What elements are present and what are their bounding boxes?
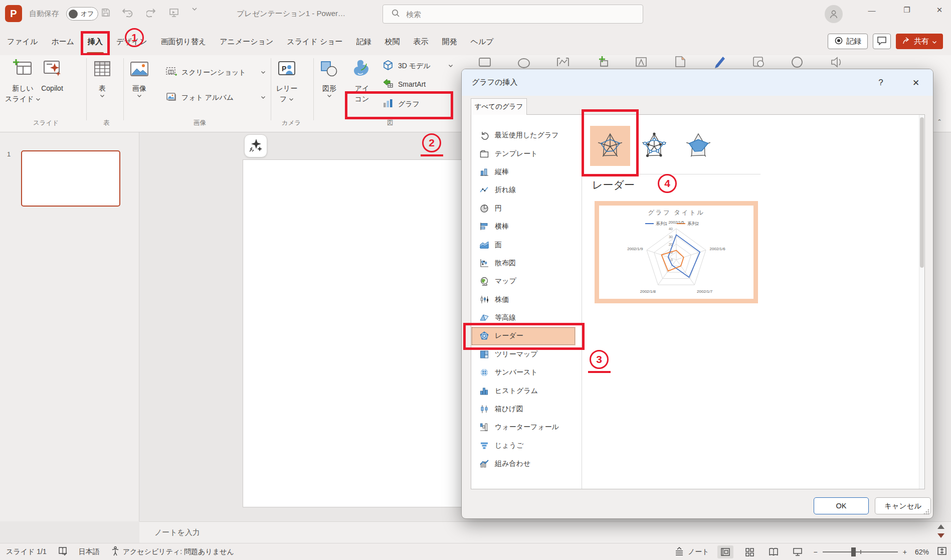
zoom-out-icon[interactable]: − xyxy=(814,548,818,556)
collapse-ribbon-chevron-icon[interactable]: ⌃ xyxy=(937,118,942,125)
autosave-toggle[interactable]: オフ xyxy=(66,7,98,21)
slide-indicator: スライド 1/1 xyxy=(6,547,47,556)
language-indicator[interactable]: 日本語 xyxy=(79,547,100,556)
spellcheck-book-icon[interactable] xyxy=(58,546,68,557)
photo-album-button[interactable]: フォト アルバム xyxy=(165,91,266,104)
reading-view-button[interactable] xyxy=(766,545,782,558)
chart-type-bar[interactable]: 横棒 xyxy=(471,218,576,236)
fit-to-window-icon[interactable] xyxy=(937,546,947,557)
recent-chart-icon xyxy=(479,130,489,140)
chart-type-pie[interactable]: 円 xyxy=(471,200,576,218)
chart-type-sunburst[interactable]: サンバースト xyxy=(471,363,576,382)
chart-type-boxwhisker[interactable]: 箱ひげ図 xyxy=(471,400,576,418)
tab-画面切り替え[interactable]: 画面切り替え xyxy=(161,36,207,48)
account-avatar[interactable] xyxy=(825,5,843,23)
subtype-radar-basic-icon[interactable] xyxy=(590,126,630,166)
previous-slide-arrow-icon[interactable] xyxy=(937,524,944,529)
zoom-level[interactable]: 62% xyxy=(915,548,929,556)
picture-button[interactable]: 画像 xyxy=(128,58,150,98)
notes-pane[interactable]: ノートを入力 xyxy=(139,521,951,543)
scrollbar-thumb[interactable] xyxy=(920,117,924,268)
redo-icon[interactable] xyxy=(146,7,157,18)
new-slide-button[interactable]: 新しい スライド xyxy=(5,58,41,103)
ok-button[interactable]: OK xyxy=(814,497,869,514)
group-label-images: 画像 xyxy=(194,119,206,127)
tab-ファイル[interactable]: ファイル xyxy=(7,36,38,48)
subtype-radar-markers-icon[interactable] xyxy=(634,126,674,166)
ribbon-partial-icon xyxy=(752,55,765,69)
tab-記録[interactable]: 記録 xyxy=(356,36,371,48)
resize-grip-icon[interactable] xyxy=(923,508,930,515)
search-input[interactable] xyxy=(405,10,616,19)
chart-button[interactable]: グラフ xyxy=(382,97,453,111)
zoom-slider-thumb[interactable] xyxy=(851,547,856,556)
chart-type-histogram[interactable]: ヒストグラム xyxy=(471,382,576,400)
minimize-button[interactable]: — xyxy=(860,0,883,20)
slide-thumbnail[interactable] xyxy=(21,150,120,207)
chart-type-stock[interactable]: 株価 xyxy=(471,291,576,309)
tab-表示[interactable]: 表示 xyxy=(414,36,429,48)
list-scrollbar[interactable] xyxy=(919,115,924,489)
qat-customize-chevron-icon[interactable] xyxy=(192,7,198,11)
chart-type-funnel[interactable]: じょうご xyxy=(471,437,576,455)
tab-開発[interactable]: 開発 xyxy=(442,36,457,48)
cameo-button[interactable]: P レリー フ xyxy=(276,58,298,103)
share-button[interactable]: 共有 xyxy=(896,34,943,49)
chevron-down-icon xyxy=(448,64,453,68)
comments-button[interactable] xyxy=(873,34,891,49)
chart-type-area[interactable]: 面 xyxy=(471,236,576,254)
chart-type-waterfall[interactable]: ウォーターフォール xyxy=(471,418,576,436)
chart-type-template[interactable]: テンプレート xyxy=(471,144,576,162)
dialog-help-button[interactable]: ? xyxy=(872,74,890,92)
tab-ヘルプ[interactable]: ヘルプ xyxy=(471,36,494,48)
designer-sparkle-button[interactable] xyxy=(244,134,267,157)
tab-スライド ショー[interactable]: スライド ショー xyxy=(287,36,342,48)
3d-model-button[interactable]: 3D モデル xyxy=(382,59,453,73)
record-button[interactable]: 記録 xyxy=(828,34,868,49)
chart-type-radar[interactable]: レーダー xyxy=(471,327,576,345)
group-label-illustrations: 図 xyxy=(387,119,394,127)
chart-type-surface[interactable]: 等高線 xyxy=(471,309,576,327)
save-icon[interactable] xyxy=(100,7,111,18)
icons-button[interactable]: アイ コン xyxy=(351,58,373,103)
new-slide-icon xyxy=(12,58,34,82)
tab-アニメーション[interactable]: アニメーション xyxy=(220,36,273,48)
chart-type-column[interactable]: 縦棒 xyxy=(471,163,576,181)
radar-subtype-row xyxy=(590,126,718,166)
close-button[interactable]: ✕ xyxy=(928,0,951,20)
dialog-close-button[interactable]: ✕ xyxy=(907,74,925,92)
shapes-button[interactable]: 図形 xyxy=(318,58,340,98)
accessibility-status[interactable]: アクセシビリティ: 問題ありません xyxy=(111,546,234,557)
next-slide-arrow-icon[interactable] xyxy=(937,533,944,538)
chart-type-map[interactable]: マップ xyxy=(471,272,576,290)
tab-挿入[interactable]: 挿入 xyxy=(88,36,103,48)
tab-校閲[interactable]: 校閲 xyxy=(385,36,400,48)
normal-view-button[interactable] xyxy=(717,545,733,558)
zoom-in-icon[interactable]: + xyxy=(903,548,907,556)
chart-type-recent[interactable]: 最近使用したグラフ xyxy=(471,126,576,144)
undo-icon[interactable] xyxy=(120,7,135,18)
smartart-button[interactable]: SmartArt xyxy=(382,78,453,90)
slideshow-from-start-icon[interactable] xyxy=(168,7,179,18)
group-label-table: 表 xyxy=(103,119,110,127)
powerpoint-logo-icon[interactable]: P xyxy=(5,5,22,22)
chart-type-combo[interactable]: 組み合わせ xyxy=(471,455,576,473)
notes-toggle-button[interactable]: ノート xyxy=(674,546,709,557)
chart-type-scatter[interactable]: 散布図 xyxy=(471,254,576,272)
screenshot-button[interactable]: スクリーンショット xyxy=(165,66,266,79)
slideshow-view-button[interactable] xyxy=(790,545,806,558)
chart-type-line[interactable]: 折れ線 xyxy=(471,181,576,199)
zoom-slider[interactable]: − + xyxy=(814,548,907,556)
search-bar[interactable] xyxy=(383,5,643,24)
restore-button[interactable]: ❐ xyxy=(895,0,918,20)
notes-lines-icon xyxy=(674,546,685,557)
table-button[interactable]: 表 xyxy=(91,58,113,98)
chart-type-treemap[interactable]: ツリーマップ xyxy=(471,345,576,363)
chart-preview-card[interactable]: グラフ タイトル系列1系列20102030402002/1/52002/1/62… xyxy=(595,201,758,303)
tab-ホーム[interactable]: ホーム xyxy=(51,36,74,48)
slide-sorter-view-button[interactable] xyxy=(741,545,757,558)
treemap-chart-icon xyxy=(479,349,489,359)
all-charts-tab[interactable]: すべてのグラフ xyxy=(471,98,527,115)
subtype-radar-filled-icon[interactable] xyxy=(678,126,718,166)
copilot-button[interactable]: Copilot xyxy=(41,58,63,93)
